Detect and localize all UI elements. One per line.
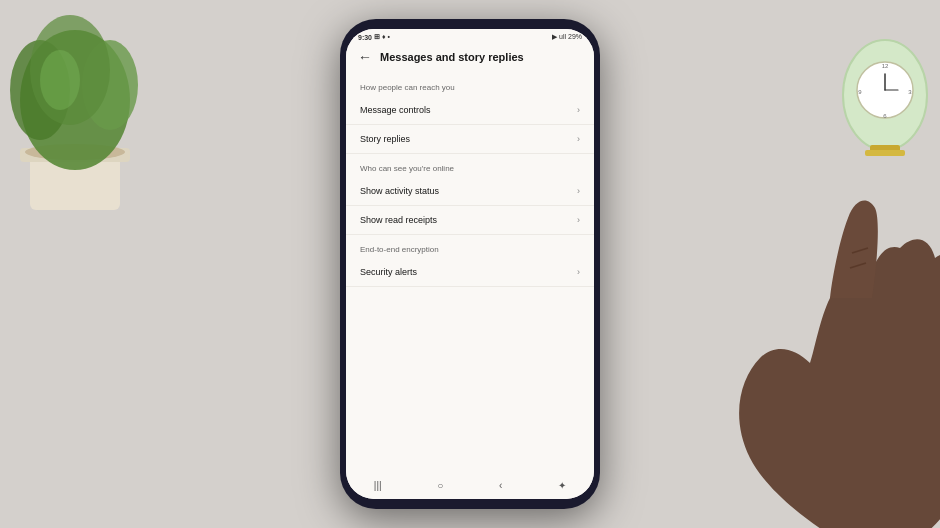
settings-content: How people can reach you Message control…	[346, 73, 594, 474]
status-right: ▶ ull 29%	[552, 33, 582, 41]
status-signal: ▶ ull 29%	[552, 33, 582, 41]
nav-home-icon[interactable]: ○	[437, 480, 443, 491]
message-controls-label: Message controls	[360, 105, 431, 115]
section-label-reach: How people can reach you	[346, 73, 594, 96]
story-replies-item[interactable]: Story replies ›	[346, 125, 594, 154]
story-replies-label: Story replies	[360, 134, 410, 144]
security-alerts-item[interactable]: Security alerts ›	[346, 258, 594, 287]
status-time: 9:30	[358, 34, 372, 41]
status-bar: 9:30 ⊞ ♦ • ▶ ull 29%	[346, 29, 594, 43]
activity-status-item[interactable]: Show activity status ›	[346, 177, 594, 206]
top-bar: ← Messages and story replies	[346, 43, 594, 73]
status-left: 9:30 ⊞ ♦ •	[358, 33, 390, 41]
svg-text:12: 12	[882, 63, 889, 69]
activity-status-label: Show activity status	[360, 186, 439, 196]
message-controls-item[interactable]: Message controls ›	[346, 96, 594, 125]
status-icons: ⊞ ♦ •	[374, 33, 390, 41]
chevron-icon: ›	[577, 215, 580, 225]
chevron-icon: ›	[577, 105, 580, 115]
nav-bar: ||| ○ ‹ ✦	[346, 474, 594, 499]
nav-recent-apps-icon[interactable]: |||	[374, 480, 382, 491]
section-label-encryption: End-to-end encryption	[346, 235, 594, 258]
chevron-icon: ›	[577, 186, 580, 196]
clock-decoration: 12 3 6 9	[810, 0, 940, 190]
chevron-icon: ›	[577, 134, 580, 144]
nav-assist-icon[interactable]: ✦	[558, 480, 566, 491]
read-receipts-item[interactable]: Show read receipts ›	[346, 206, 594, 235]
svg-rect-18	[865, 150, 905, 156]
svg-point-7	[40, 50, 80, 110]
page-title: Messages and story replies	[380, 51, 524, 63]
chevron-icon: ›	[577, 267, 580, 277]
back-button[interactable]: ←	[358, 49, 372, 65]
security-alerts-label: Security alerts	[360, 267, 417, 277]
section-label-online: Who can see you're online	[346, 154, 594, 177]
nav-back-icon[interactable]: ‹	[499, 480, 502, 491]
phone: 9:30 ⊞ ♦ • ▶ ull 29% ← Messages and stor…	[340, 19, 600, 509]
read-receipts-label: Show read receipts	[360, 215, 437, 225]
phone-screen: 9:30 ⊞ ♦ • ▶ ull 29% ← Messages and stor…	[346, 29, 594, 499]
plant-decoration	[0, 0, 190, 210]
